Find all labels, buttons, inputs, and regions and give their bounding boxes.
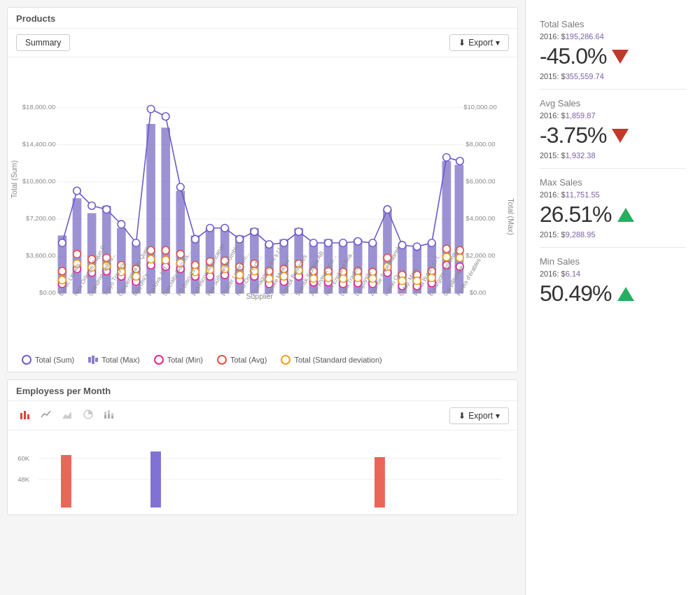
svg-point-38 — [118, 220, 125, 228]
metrics-panel: Total Sales 2016: $195,286.64 -45.0% 201… — [525, 0, 700, 595]
legend-sum-label: Total (Sum) — [35, 356, 74, 364]
total-sales-2016: 2016: $195,286.64 — [540, 32, 686, 41]
y-right-1: $2,000.00 — [465, 251, 495, 259]
svg-point-44 — [206, 224, 214, 232]
employees-export-label: Export — [468, 411, 493, 421]
legend-sum-icon — [22, 355, 31, 365]
svg-point-45 — [221, 224, 229, 232]
chevron-down-icon: ▾ — [496, 38, 500, 48]
svg-point-46 — [236, 235, 244, 243]
export-button[interactable]: ⬇ Export ▾ — [449, 34, 509, 51]
legend-total-avg: Total (Avg) — [217, 355, 267, 365]
legend-std-label: Total (Standard deviation) — [294, 356, 382, 364]
avg-sales-2016: 2016: $1,859.87 — [540, 111, 686, 120]
svg-point-53 — [340, 239, 347, 247]
svg-point-116 — [443, 245, 451, 253]
y-left-3: $10,800.00 — [22, 177, 55, 185]
svg-point-49 — [280, 239, 288, 247]
line-chart-button[interactable] — [37, 407, 55, 424]
employees-chart-container: 60K 48K — [8, 430, 517, 514]
svg-rect-188 — [150, 451, 161, 507]
products-legend: Total (Sum) Total (Max) Total (Min) — [8, 351, 517, 372]
legend-std-icon — [281, 355, 290, 365]
svg-rect-183 — [111, 413, 113, 416]
svg-rect-181 — [108, 410, 110, 414]
total-sales-pct-row: -45.0% — [540, 43, 686, 69]
svg-point-37 — [103, 206, 111, 214]
avg-sales-metric: Avg Sales 2016: $1,859.87 -3.75% 2015: $… — [540, 90, 686, 169]
y-left-title: Total (Sum) — [11, 160, 18, 198]
max-sales-metric: Max Sales 2016: $11,751.55 26.51% 2015: … — [540, 169, 686, 248]
svg-rect-174 — [20, 413, 22, 419]
y-right-4: $8,000.00 — [465, 140, 495, 148]
emp-y-60k: 60K — [18, 455, 30, 462]
export-icon: ⬇ — [458, 38, 465, 48]
avg-sales-label: Avg Sales — [540, 98, 686, 108]
svg-rect-179 — [104, 412, 106, 415]
svg-point-61 — [456, 158, 464, 165]
export-label: Export — [468, 38, 493, 48]
legend-total-min: Total (Min) — [154, 355, 203, 365]
stacked-chart-button[interactable] — [100, 407, 118, 424]
y-right-5: $10,000.00 — [463, 103, 496, 111]
min-sales-pct-row: 50.49% — [540, 281, 686, 307]
svg-point-36 — [88, 202, 96, 210]
legend-avg-label: Total (Avg) — [230, 356, 267, 364]
svg-point-59 — [428, 239, 436, 247]
y-left-1: $3,600.00 — [26, 251, 55, 259]
total-sales-pct: -45.0% — [540, 43, 606, 69]
svg-point-125 — [162, 256, 169, 264]
y-left-5: $18,000.00 — [22, 103, 55, 111]
employees-export-button[interactable]: ⬇ Export ▾ — [449, 407, 509, 424]
svg-point-58 — [413, 243, 421, 251]
legend-min-label: Total (Min) — [167, 356, 203, 364]
svg-point-43 — [192, 235, 200, 243]
svg-rect-182 — [108, 414, 110, 419]
svg-point-40 — [147, 105, 155, 113]
x-axis-title: Supplier — [246, 292, 273, 300]
svg-point-39 — [132, 239, 140, 247]
legend-min-icon — [154, 355, 164, 365]
svg-rect-176 — [27, 414, 29, 419]
employees-toolbar: ⬇ Export ▾ — [8, 401, 517, 430]
y-right-3: $6,000.00 — [465, 177, 495, 185]
products-card: Products Summary ⬇ Export ▾ $0.00 $3,600… — [7, 7, 518, 372]
svg-point-42 — [177, 183, 185, 191]
svg-point-60 — [443, 154, 451, 162]
products-chart-container: $0.00 $3,600.00 $7,200.00 $10,800.00 $14… — [8, 57, 517, 351]
svg-point-145 — [456, 254, 464, 262]
emp-y-48k: 48K — [18, 476, 30, 483]
area-chart-button[interactable] — [58, 407, 76, 424]
min-sales-pct: 50.49% — [540, 281, 612, 307]
min-sales-metric: Min Sales 2016: $6.14 50.49% — [540, 248, 686, 318]
svg-marker-177 — [62, 412, 71, 419]
svg-point-35 — [74, 187, 81, 195]
legend-total-max: Total (Max) — [88, 355, 139, 365]
y-right-title: Total (Max) — [507, 198, 514, 234]
chevron-down-icon-2: ▾ — [496, 411, 500, 421]
total-sales-metric: Total Sales 2016: $195,286.64 -45.0% 201… — [540, 10, 686, 90]
svg-point-54 — [354, 238, 362, 246]
legend-max-label: Total (Max) — [102, 356, 139, 364]
employees-title: Employess per Month — [8, 380, 517, 401]
svg-rect-187 — [61, 455, 71, 507]
products-toolbar: Summary ⬇ Export ▾ — [8, 29, 517, 57]
chart-type-icons — [16, 407, 118, 424]
legend-max-icon — [88, 356, 98, 364]
y-left-2: $7,200.00 — [26, 214, 55, 222]
employees-chart-svg: 60K 48K — [16, 438, 509, 514]
max-sales-label: Max Sales — [540, 177, 686, 188]
avg-sales-pct: -3.75% — [540, 122, 606, 148]
min-sales-2016: 2016: $6.14 — [540, 270, 686, 278]
svg-point-41 — [162, 113, 169, 120]
avg-sales-2015: 2015: $1,932.38 — [540, 151, 686, 160]
products-chart-svg: $0.00 $3,600.00 $7,200.00 $10,800.00 $14… — [11, 64, 514, 302]
svg-point-56 — [384, 206, 391, 214]
employees-card: Employess per Month — [7, 379, 518, 515]
svg-point-124 — [147, 255, 155, 263]
svg-point-91 — [74, 251, 81, 258]
legend-total-sum: Total (Sum) — [22, 355, 74, 365]
pie-chart-button[interactable] — [79, 407, 97, 424]
summary-button[interactable]: Summary — [16, 34, 70, 51]
bar-chart-button[interactable] — [16, 407, 34, 424]
